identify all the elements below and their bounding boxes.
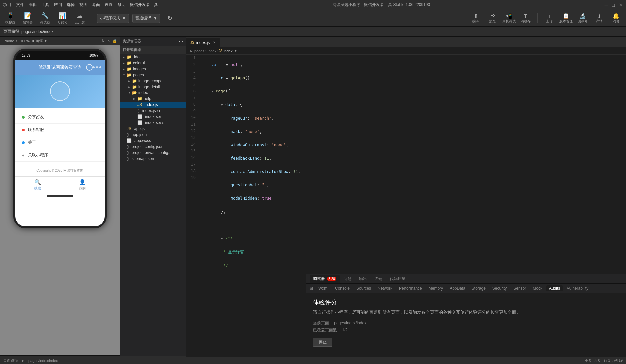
tree-item-index[interactable]: ▼ 📂 index — [120, 90, 186, 96]
tree-item-appwxss[interactable]: ⬜ app.wxss — [120, 138, 186, 144]
bottom-tab-issues[interactable]: 问题 — [340, 275, 355, 283]
simulator-icon: 📱 — [7, 12, 14, 19]
tree-item-projectprivate[interactable]: {} project.private.config.... — [120, 150, 186, 156]
test-button[interactable]: 🔬 测试号 — [576, 13, 589, 24]
devtools-tab-storage[interactable]: Storage — [469, 285, 488, 291]
clear-button[interactable]: 🗑 清缓存 — [519, 13, 532, 24]
menu-view[interactable]: 视图 — [79, 2, 87, 8]
tree-item-help[interactable]: ▶ 📁 help — [120, 96, 186, 102]
devtools-tab-memory[interactable]: Memory — [426, 285, 446, 291]
preview-button[interactable]: 👁 预览 — [486, 13, 499, 24]
devtools-tab-security[interactable]: Security — [490, 285, 509, 291]
tree-item-images[interactable]: ▶ 📁 images — [120, 66, 186, 72]
menu-bar[interactable]: 项目 文件 编辑 工具 转到 选择 视图 界面 设置 帮助 微信开发者工具 — [3, 2, 158, 8]
phone-tab-mine[interactable]: 👤 我的 — [60, 179, 105, 191]
window-controls[interactable]: ─ □ ✕ — [605, 2, 623, 8]
menu-help[interactable]: 帮助 — [117, 2, 125, 8]
phone-home-bar — [15, 193, 105, 199]
devtools-tab-appdata[interactable]: AppData — [447, 285, 468, 291]
phone-hero-banner — [15, 75, 105, 108]
devtools-tab-audits[interactable]: Audits — [546, 285, 563, 291]
bottom-tab-codequality[interactable]: 代码质量 — [386, 275, 409, 283]
tree-item-projectconfig[interactable]: {} project.config.json — [120, 144, 186, 150]
devtools-sidebar-btn[interactable]: ⊟ — [310, 286, 313, 291]
simulator-button[interactable]: 📱 模拟器 — [3, 11, 17, 26]
bottom-tab-terminal[interactable]: 终端 — [371, 275, 386, 283]
main-area: iPhone X 100% ■ 面框 ▼ ↻ ⌂ 🔒 12:39 100% 优选… — [0, 37, 626, 364]
tab-indexjs[interactable]: JS index.js ✕ — [186, 38, 220, 47]
bottom-tab-output[interactable]: 输出 — [356, 275, 370, 283]
open-editor-btn[interactable]: 打开编辑器 — [120, 46, 186, 54]
tree-item-imagecropper[interactable]: ▶ 📁 image-cropper — [120, 78, 186, 84]
menu-select[interactable]: 选择 — [67, 2, 75, 8]
devtools-tab-wxml[interactable]: Wxml — [316, 285, 331, 291]
devtools-tab-sensor[interactable]: Sensor — [511, 285, 529, 291]
tree-item-idea[interactable]: ▶ 📁 .idea — [120, 54, 186, 60]
upload2-button[interactable]: ↑ 上传 — [543, 13, 556, 24]
devtools-tab-console[interactable]: Console — [332, 285, 352, 291]
tree-item-pages[interactable]: ▼ 📂 pages — [120, 72, 186, 78]
phone-menu-share[interactable]: 分享好友 — [15, 111, 105, 124]
menu-wechat[interactable]: 微信开发者工具 — [130, 2, 158, 8]
lock-button[interactable]: 🔒 — [112, 39, 117, 43]
status-path-label: 页面路径 — [3, 358, 18, 363]
rotate-button[interactable]: ↻ — [102, 39, 105, 43]
phone-menu-link[interactable]: + 关联小程序 — [15, 149, 105, 162]
file-panel-icons[interactable]: ⋯ — [179, 39, 183, 44]
menu-settings[interactable]: 设置 — [105, 2, 113, 8]
indexwxss-label: index.wxss — [145, 120, 164, 125]
compile-dropdown[interactable]: 普通编译 ▼ — [132, 14, 160, 23]
devtools-tab-performance[interactable]: Performance — [396, 285, 425, 291]
tree-item-appjson[interactable]: {} app.json — [120, 132, 186, 138]
images-label: images — [133, 67, 146, 71]
code-editor[interactable]: 12345 678910 1112131415 16171819 var t =… — [186, 55, 626, 274]
frame-toggle[interactable]: ■ 面框 ▼ — [32, 38, 48, 43]
minimize-button[interactable]: ─ — [605, 2, 608, 8]
menu-project[interactable]: 项目 — [3, 2, 11, 8]
stop-button[interactable]: 停止 — [313, 338, 332, 347]
menu-tools[interactable]: 工具 — [41, 2, 49, 8]
indexjson-icon: {} — [137, 109, 140, 113]
tree-item-sitemap[interactable]: {} sitemap.json — [120, 156, 186, 162]
devtools-tab-vulnerability[interactable]: Vulnerability — [564, 285, 591, 291]
devtools-tab-network[interactable]: Network — [375, 285, 395, 291]
message-button[interactable]: 🔔 消息 — [609, 13, 623, 24]
tree-item-indexjs[interactable]: JS index.js — [120, 102, 186, 108]
phone-tab-search[interactable]: 🔍 搜索 — [15, 179, 60, 191]
tree-item-appjs[interactable]: JS app.js — [120, 126, 186, 132]
refresh-button[interactable]: ↻ — [163, 13, 177, 23]
home-button[interactable]: ⌂ — [107, 39, 110, 43]
tree-item-indexwxss[interactable]: ⬜ index.wxss — [120, 120, 186, 126]
tree-item-imagedetail[interactable]: ▶ 📁 image-detail — [120, 84, 186, 90]
devtools-tab-mock[interactable]: Mock — [530, 285, 545, 291]
tab-close-button[interactable]: ✕ — [213, 41, 216, 44]
menu-goto[interactable]: 转到 — [54, 2, 62, 8]
menu-file[interactable]: 文件 — [16, 2, 24, 8]
cloud-button[interactable]: ☁ 云开发 — [73, 11, 87, 26]
mode-dropdown[interactable]: 小程序模式 ▼ — [97, 14, 129, 23]
close-button[interactable]: ✕ — [619, 2, 623, 8]
real-machine-button[interactable]: 📲 真机调试 — [502, 13, 516, 24]
visualize-button[interactable]: 📊 可视化 — [55, 11, 69, 26]
resource-manager-label: 资源管理器 — [123, 39, 141, 44]
imagecropper-arrow: ▶ — [128, 80, 132, 83]
phone-menu-contact[interactable]: 联系客服 — [15, 124, 105, 136]
debugger-button[interactable]: 🔧 调试器 — [38, 11, 52, 26]
editor-button[interactable]: 📝 编辑器 — [21, 11, 35, 26]
about-label: 关于 — [28, 140, 36, 145]
clear-label: 清缓存 — [521, 19, 531, 24]
menu-edit[interactable]: 编辑 — [29, 2, 37, 8]
phone-menu-about[interactable]: 关于 — [15, 136, 105, 149]
upload-button[interactable]: ⬆ 编译 — [469, 13, 482, 24]
code-line-14: ▼ /** — [202, 235, 623, 242]
tree-item-indexwxml[interactable]: ⬜ index.wxml — [120, 114, 186, 120]
tree-item-indexjson[interactable]: {} index.json — [120, 108, 186, 114]
menu-interface[interactable]: 界面 — [92, 2, 100, 8]
devtools-tab-sources[interactable]: Sources — [354, 285, 374, 291]
tree-item-colorui[interactable]: ▶ 📁 colorui — [120, 60, 186, 66]
maximize-button[interactable]: □ — [612, 2, 615, 8]
detail-button[interactable]: ℹ 详情 — [593, 13, 606, 24]
bottom-tab-debugger[interactable]: 调试器 3,20 — [310, 275, 340, 283]
version-button[interactable]: 📋 版本管理 — [559, 13, 573, 24]
phone-battery: 100% — [89, 54, 98, 57]
